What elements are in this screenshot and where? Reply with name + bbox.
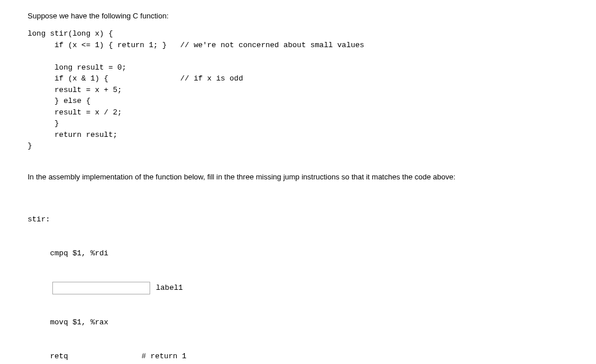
- instruction-text: In the assembly implementation of the fu…: [28, 173, 596, 181]
- asm-instr-movq1: movq $1, %rax: [28, 317, 137, 328]
- blank1-target: label1: [156, 282, 183, 294]
- assembly-block: stir: cmpq $1, %rdi label1 movq $1, %rax…: [28, 191, 596, 365]
- asm-label-stir: stir:: [28, 214, 137, 225]
- asm-instr-retq1: retq: [28, 351, 137, 362]
- c-code-block: long stir(long x) { if (x <= 1) { return…: [28, 28, 596, 152]
- asm-comment-return1: # return 1: [142, 351, 186, 362]
- asm-instr-cmpq: cmpq $1, %rdi: [28, 248, 137, 259]
- blank-input-1[interactable]: [52, 282, 150, 294]
- intro-text: Suppose we have the following C function…: [28, 12, 596, 20]
